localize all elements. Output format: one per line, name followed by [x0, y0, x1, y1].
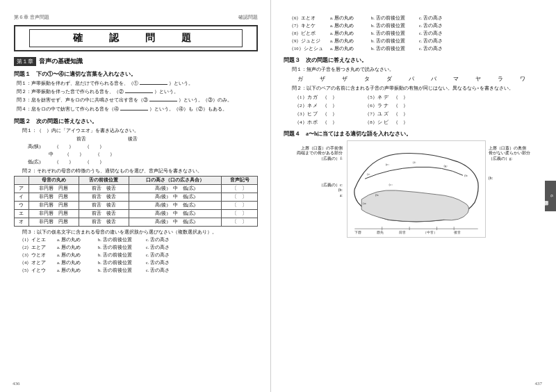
svg-text:(a:: (a:	[363, 201, 366, 204]
right-q3-continued: （6）エとオ a. 唇の丸め b. 舌の前後位置 c. 舌の高さ （7）キとケ …	[289, 14, 542, 52]
table-row: オ 非円唇 円唇 前舌 後舌 高(後) 中 低(広) 〔 〕	[15, 218, 258, 227]
page-container: 第６章 音声問題 確認問題 確 認 問 題 第１章 音声の基礎知識 問題１ 下の…	[0, 0, 556, 392]
left-page-number: 436	[13, 381, 20, 386]
grid-low-label: 低(広)	[28, 158, 49, 165]
svg-text:下唇: 下唇	[354, 231, 361, 234]
svg-text:後舌: 後舌	[454, 230, 461, 234]
grid-header-front: 前舌	[76, 136, 86, 142]
vowel-table: 母音の丸め 舌の前後位置 口の高さ（口の広さ具合） 音声記号 ア 非円唇 円唇 …	[14, 176, 258, 227]
mondai4-layout: 上唇（口蓋）の手前側両端までの骨がある部分（広義の）f: （広義の）c: (b:…	[284, 140, 542, 239]
vowel-grid: 前舌 後舌 高(狭) （ ） （ ） 中 （ ） （ ） 低(広) （ ） （ …	[28, 136, 258, 165]
list-item: （2）エとア a. 唇の丸め b. 舌の前後位置 c. 舌の高さ	[19, 243, 258, 251]
list-item: （1）イとエ a. 唇の丸め b. 舌の前後位置 c. 舌の高さ	[19, 236, 258, 243]
grid-header-back: 後舌	[128, 136, 138, 142]
list-item: （6）エとオ a. 唇の丸め b. 舌の前後位置 c. 舌の高さ	[289, 14, 542, 22]
grid-mid-label: 中	[49, 151, 54, 158]
list-item: （4）オとア a. 唇の丸め b. 舌の前後位置 c. 舌の高さ	[19, 259, 258, 266]
mondai2-q1-label: 問１：（ ）内に「アイウエオ」を書き込みなさい。	[22, 127, 258, 134]
left-header: 第６章 音声問題 確認問題	[14, 14, 258, 21]
chapter1-header: 第１章 音声の基礎知識	[14, 57, 258, 66]
list-item: （9）ジュとジ a. 唇の丸め b. 舌の前後位置 c. 舌の高さ	[289, 37, 542, 44]
th-symbol: 音声記号	[222, 177, 258, 185]
title-text: 確 認 問 題	[29, 29, 243, 47]
grid-low-front: （ ）	[54, 158, 74, 165]
mondai1-content: 問１：声帯振動を伴わず、息だけで作られる音を、（①）という。 問２：声帯振動を伴…	[14, 80, 258, 113]
grid-mid-front: （ ）	[65, 151, 84, 158]
left-chapter-label: 第６章 音声問題	[14, 14, 49, 21]
th-position: 舌の前後位置	[79, 177, 129, 185]
diagram-svg: (r: (e: (f: (g: (h: (c: (b: (a: 下唇 唇先 前舌…	[347, 140, 486, 239]
title-banner: 確 認 問 題	[14, 25, 258, 51]
svg-text:(c:: (c:	[389, 183, 392, 186]
mondai2-title: 問題２ 次の問題に答えなさい。	[14, 117, 258, 125]
list-item: （5）イとウ a. 唇の丸め b. 舌の前後位置 c. 舌の高さ	[19, 266, 258, 274]
grid-high-back: （ ）	[85, 143, 104, 150]
list-item: （10）シとシュ a. 唇の丸め b. 舌の前後位置 c. 舌の高さ	[289, 44, 542, 52]
grid-high-label: 高(狭)	[28, 143, 49, 150]
mondai4-title: 問題４ a〜hに当てはまる適切な語を入れなさい。	[284, 130, 542, 138]
svg-text:唇先: 唇先	[377, 230, 384, 234]
mondai1-q2: 問２：声帯振動を伴った音で作られる音を、（②）という。	[17, 88, 258, 96]
svg-text:(f:: (f:	[413, 160, 416, 163]
right-page-number: 437	[535, 381, 543, 386]
list-item: （3）ウとオ a. 唇の丸め b. 舌の前後位置 c. 舌の高さ	[19, 251, 258, 259]
mondai2-q3-items: （1）イとエ a. 唇の丸め b. 舌の前後位置 c. 舌の高さ （2）エとア …	[19, 236, 258, 274]
chapter1-badge: 第１章	[14, 57, 36, 66]
mondai1-q1: 問１：声帯振動を伴わず、息だけで作られる音を、（①）という。	[17, 80, 258, 88]
side-tab: 6 音韻問題	[545, 181, 556, 211]
list-item: （7）ユ ズ （ ）	[365, 111, 407, 117]
mondai3-pairs: （1）カ ガ （ ） （2）ネ メ （ ） （3）ヒ ブ （ ） （4）ホ ポ …	[295, 94, 542, 126]
left-page: 第６章 音声問題 確認問題 確 認 問 題 第１章 音声の基礎知識 問題１ 下の…	[0, 0, 271, 392]
mondai1-title: 問題１ 下の①〜④に適切な言葉を入れなさい。	[14, 70, 258, 78]
mondai2-q2-label: 問２：それぞれの母音の特徴のうち、適切なものを選び、音声記号を書きなさい。	[22, 168, 258, 174]
list-item: （3）ヒ ブ （ ）	[295, 111, 337, 117]
th-height: 口の高さ（口の広さ具合）	[129, 177, 222, 185]
th-vowel	[15, 177, 29, 185]
grid-mid-back: （ ）	[95, 151, 115, 158]
left-section-label: 確認問題	[238, 14, 258, 21]
list-item: （6）ラ ナ （ ）	[365, 102, 407, 109]
svg-text:(g:: (g:	[443, 164, 447, 168]
pairs-col2: （5）ネ デ （ ） （6）ラ ナ （ ） （7）ユ ズ （ ） （8）シ ビ …	[365, 94, 407, 126]
side-tab-number: 6	[549, 195, 555, 197]
mondai3-title: 問題３ 次の問題に答えなさい。	[284, 56, 542, 64]
right-page: （6）エとオ a. 唇の丸め b. 舌の前後位置 c. 舌の高さ （7）キとケ …	[271, 0, 556, 392]
svg-text:前舌: 前舌	[399, 230, 406, 234]
pairs-col1: （1）カ ガ （ ） （2）ネ メ （ ） （3）ヒ ブ （ ） （4）ホ ポ …	[295, 94, 337, 126]
list-item: （1）カ ガ （ ）	[295, 94, 337, 101]
table-row: ウ 非円唇 円唇 前舌 後舌 高(後) 中 低(広) 〔 〕	[15, 202, 258, 210]
list-item: （8）ビとボ a. 唇の丸め b. 舌の前後位置 c. 舌の高さ	[289, 29, 542, 37]
svg-text:(r:: (r:	[367, 172, 370, 176]
mondai2-q3-label: 問３：以下の仮名文字に含まれる母音の違いを選択肢から選びなさい（複数選択あり）。	[22, 229, 258, 236]
mondai3-q2-label: 問２：以下のペアの名前に含まれる子音の声帯振動の有無が同じはない。異なるなら×を…	[292, 85, 542, 92]
svg-text:（中舌）: （中舌）	[423, 230, 437, 234]
grid-low-back: （ ）	[85, 158, 104, 165]
mondai1-q4: 問４：息をロの中で妨害して作られる音を（④）という。（④）も（②）もある。	[17, 106, 258, 113]
svg-text:(b:: (b:	[375, 193, 379, 197]
diagram-right-labels: 上唇（口蓋）の奥側骨がない柔らかい部分（広義の）g: (h:	[489, 146, 542, 239]
table-row: エ 非円唇 円唇 前舌 後舌 高(後) 中 低(広) 〔 〕	[15, 210, 258, 218]
list-item: （4）ホ ポ （ ）	[295, 119, 337, 126]
list-item: （7）キとケ a. 唇の丸め b. 舌の前後位置 c. 舌の高さ	[289, 22, 542, 29]
chapter1-title: 音声の基礎知識	[39, 57, 83, 66]
list-item: （8）シ ビ （ ）	[365, 119, 407, 126]
sound-sequence: ガ ザ ザ タ ダ パ バ マ ヤ ラ ワ	[297, 75, 542, 83]
list-item: （2）ネ メ （ ）	[295, 102, 337, 109]
grid-spacer	[28, 136, 49, 142]
grid-high-front: （ ）	[54, 143, 74, 150]
th-maru: 母音の丸め	[28, 177, 79, 185]
table-row: イ 非円唇 円唇 前舌 後舌 高(後) 中 低(広) 〔 〕	[15, 193, 258, 202]
svg-text:(h:: (h:	[464, 174, 468, 177]
table-row: ア 非円唇 円唇 前舌 後舌 高(後) 中 低(広) 〔 〕	[15, 185, 258, 193]
list-item: （5）ネ デ （ ）	[365, 94, 407, 101]
diagram-left-labels: 上唇（口蓋）の手前側両端までの骨がある部分（広義の）f: （広義の）c: (b:…	[284, 146, 344, 239]
mondai3-q1-label: 問１：無声の子音を唇つき丸めで読みなさい。	[292, 66, 542, 73]
svg-text:(e:: (e:	[386, 162, 389, 165]
mondai1-q3: 問３：息を妨害せず、声をロの中に共鳴させて出す音を（③）という。（③）のみ。	[17, 97, 258, 104]
